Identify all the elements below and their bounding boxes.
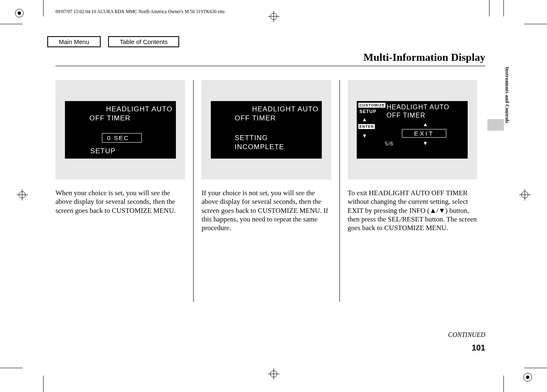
lcd-fraction: 5/6 — [385, 141, 393, 147]
lcd-text: OFF TIMER — [386, 112, 425, 119]
crop-mark — [43, 376, 44, 392]
svg-point-1 — [18, 12, 21, 15]
section-tab: Instruments and Controls — [504, 67, 510, 123]
lcd-text: SETTING — [235, 134, 268, 142]
table-of-contents-button[interactable]: Table of Contents — [108, 36, 179, 47]
page-number: 101 — [472, 343, 485, 353]
crop-mark — [524, 24, 547, 24]
crop-mark — [524, 368, 547, 368]
crosshair-icon — [519, 189, 531, 202]
document-build-stamp: 09/07/07 15:02:04 10 ACURA RDX MMC North… — [55, 9, 225, 14]
lcd-text: INCOMPLETE — [235, 143, 284, 151]
lcd-panel-exit: CUSTOMIZE SETUP ▲ ENTER ▼ HEADLIGHT AUTO… — [348, 80, 477, 180]
crop-mark — [503, 376, 504, 392]
lcd-side-label: CUSTOMIZE — [358, 103, 385, 108]
lcd-text: OFF TIMER — [235, 114, 276, 122]
lcd-text: HEADLIGHT AUTO — [252, 105, 319, 113]
lcd-panel-set: HEADLIGHT AUTO OFF TIMER 0 SEC SETUP — [55, 80, 185, 180]
crosshair-icon — [268, 11, 279, 24]
lcd-enter-label: ENTER — [358, 124, 375, 129]
continued-label: CONTINUED — [448, 331, 485, 339]
column-body-text: When your choice is set, you will see th… — [55, 189, 185, 215]
lcd-text: HEADLIGHT AUTO — [386, 104, 449, 111]
page-title: Multi-Information Display — [363, 51, 485, 64]
down-arrow-icon: ▼ — [362, 133, 367, 138]
crop-mark — [0, 368, 23, 368]
column-1: HEADLIGHT AUTO OFF TIMER 0 SEC SETUP Whe… — [55, 80, 193, 302]
down-arrow-icon: ▼ — [422, 141, 428, 146]
registration-mark-icon — [14, 8, 24, 20]
svg-point-3 — [526, 376, 529, 379]
lcd-exit-box: EXIT — [402, 129, 446, 138]
lcd-value-box: 0 SEC — [102, 133, 142, 143]
crop-mark — [503, 0, 504, 16]
registration-mark-icon — [523, 372, 533, 384]
lcd-panel-incomplete: HEADLIGHT AUTO OFF TIMER SETTING INCOMPL… — [201, 80, 331, 180]
crop-mark — [43, 0, 44, 16]
lcd-text: OFF TIMER — [90, 114, 131, 122]
lcd-text: HEADLIGHT AUTO — [106, 105, 173, 113]
lcd-text: SETUP — [90, 147, 116, 155]
column-body-text: To exit HEADLIGHT AUTO OFF TIMER without… — [348, 189, 477, 232]
title-divider — [55, 66, 485, 66]
margin-tab — [487, 119, 504, 131]
column-2: HEADLIGHT AUTO OFF TIMER SETTING INCOMPL… — [201, 80, 339, 302]
crop-mark — [0, 24, 23, 24]
column-body-text: If your choice is not set, you will see … — [201, 189, 331, 232]
crosshair-icon — [268, 368, 279, 381]
crop-mark — [489, 0, 489, 16]
crosshair-icon — [16, 189, 28, 202]
main-menu-button[interactable]: Main Menu — [47, 36, 101, 47]
column-3: CUSTOMIZE SETUP ▲ ENTER ▼ HEADLIGHT AUTO… — [348, 80, 485, 302]
up-arrow-icon: ▲ — [362, 117, 367, 122]
lcd-side-label: SETUP — [358, 108, 377, 114]
up-arrow-icon: ▲ — [422, 122, 428, 127]
